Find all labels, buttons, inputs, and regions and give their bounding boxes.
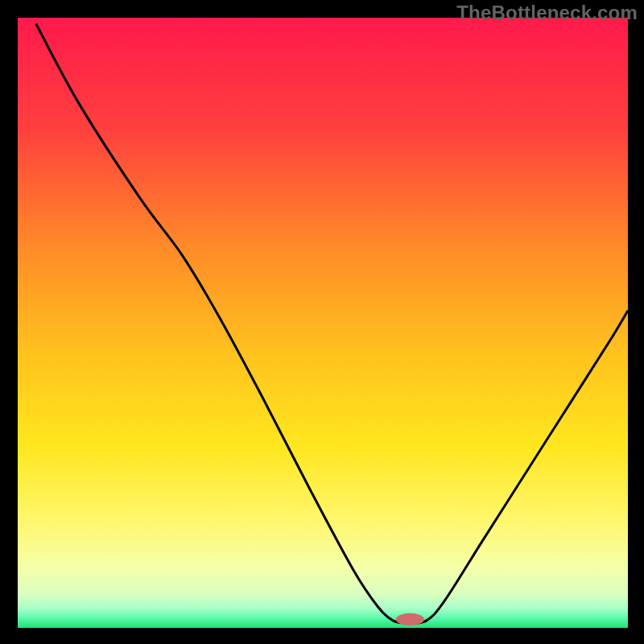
watermark: TheBottleneck.com xyxy=(456,2,638,24)
optimum-marker xyxy=(396,613,424,625)
chart-frame: TheBottleneck.com xyxy=(0,0,644,644)
gradient-background xyxy=(18,18,628,628)
bottleneck-chart xyxy=(18,18,628,628)
plot-area xyxy=(18,18,628,628)
